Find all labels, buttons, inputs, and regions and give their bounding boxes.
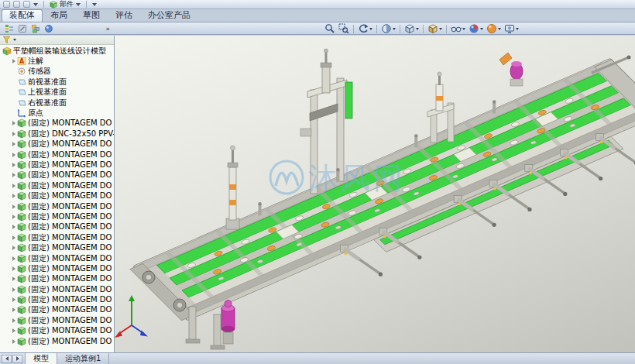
chevron-down-icon[interactable] [480, 28, 483, 30]
hide-show-icon[interactable] [450, 23, 466, 35]
feature-manager-tab-strip: » [0, 23, 114, 33]
expand-arrow-icon[interactable] [10, 318, 17, 323]
expand-arrow-icon[interactable] [10, 215, 17, 219]
chevron-down-icon[interactable] [33, 3, 38, 6]
tree-item-root[interactable]: 平垫帽组装输送线设计模型 [0, 46, 114, 56]
chevron-down-icon[interactable] [498, 28, 501, 30]
tree-item[interactable]: (固定) MONTAGEM DO BER [0, 274, 114, 284]
zoom-area-icon[interactable] [338, 23, 350, 35]
expand-arrow-icon[interactable] [10, 307, 17, 312]
tree-item[interactable]: (固定) MONTAGEM DO BER [0, 222, 114, 232]
previous-view-icon[interactable] [357, 23, 373, 35]
panel-overflow-chevron[interactable]: » [105, 25, 110, 33]
tree-item[interactable]: 传感器 [0, 67, 114, 77]
tree-item[interactable]: (固定) MONTAGEM DO BER [0, 211, 114, 221]
toolbar-icon[interactable] [3, 1, 10, 8]
expand-arrow-icon[interactable] [10, 225, 17, 229]
tree-item[interactable]: 原点 [0, 108, 114, 118]
apply-scene-icon[interactable] [486, 23, 502, 35]
ribbon-tab[interactable]: 装配体 [2, 9, 43, 22]
tree-item[interactable]: (固定) MONTAGEM DO BER [0, 170, 114, 180]
tree-item[interactable]: (固定) MONTAGEM DO BER [0, 191, 114, 201]
component-icon [17, 274, 27, 283]
drive-motor [221, 300, 235, 344]
display-style-icon[interactable] [427, 23, 443, 35]
tree-item[interactable]: 上视基准面 [0, 88, 114, 98]
property-manager-tab-icon[interactable] [17, 23, 28, 33]
tree-item[interactable]: 前视基准面 [0, 77, 114, 87]
expand-arrow-icon[interactable] [10, 142, 17, 146]
tree-item[interactable]: (固定) MONTAGEM DO BER [0, 180, 114, 191]
sheet-tab[interactable]: 运动算例1 [57, 353, 109, 364]
expand-arrow-icon[interactable] [10, 339, 17, 344]
expand-arrow-icon[interactable] [10, 163, 17, 167]
chevron-down-icon[interactable] [76, 3, 81, 6]
expand-arrow-icon[interactable] [10, 59, 17, 64]
ribbon-tab[interactable]: 布局 [43, 9, 75, 22]
expand-arrow-icon[interactable] [10, 256, 17, 261]
expand-arrow-icon[interactable] [10, 184, 17, 188]
display-manager-tab-icon[interactable] [43, 23, 54, 33]
expand-arrow-icon[interactable] [10, 297, 17, 302]
view-orientation-icon[interactable] [403, 23, 420, 35]
component-button-label: 部件 [60, 0, 74, 9]
sheet-tab[interactable]: 模型 [25, 353, 57, 364]
edit-appearance-icon[interactable] [468, 23, 484, 35]
tree-filter-row [0, 36, 114, 45]
tree-item[interactable]: (固定) MONTAGEM DO BER [0, 160, 114, 170]
tree-item[interactable]: (固定) MONTAGEM DO BER [0, 253, 114, 263]
tab-scroll-right-button[interactable] [12, 355, 22, 363]
expand-arrow-icon[interactable] [10, 235, 17, 240]
tree-item[interactable]: (固定) MONTAGEM DO BER [0, 305, 114, 315]
configuration-manager-tab-icon[interactable] [30, 23, 41, 33]
ribbon-tab[interactable]: 评估 [108, 9, 140, 22]
chevron-down-icon[interactable] [92, 3, 97, 6]
tree-item[interactable]: (固定) MONTAGEM DO BER [0, 139, 114, 149]
chevron-down-icon[interactable] [416, 28, 419, 30]
component-button[interactable]: 部件 [50, 0, 81, 9]
ribbon-tab[interactable]: 草图 [75, 9, 108, 22]
chevron-down-icon[interactable] [13, 39, 16, 41]
expand-arrow-icon[interactable] [10, 132, 17, 136]
view-settings-icon[interactable] [503, 23, 520, 35]
chevron-down-icon[interactable] [516, 28, 519, 30]
tree-item[interactable]: (固定) MONTAGEM DO BER [0, 201, 114, 211]
tree-item-label: (固定) MONTAGEM DO BER [28, 149, 114, 160]
expand-arrow-icon[interactable] [10, 328, 17, 333]
section-view-icon[interactable] [380, 23, 396, 35]
tree-item-label: (固定) MONTAGEM DO BER [28, 315, 114, 325]
tree-item[interactable]: (固定) MONTAGEM DO BER [0, 149, 114, 160]
toolbar-icon[interactable] [23, 1, 30, 8]
tree-item[interactable]: (固定) MONTAGEM DO VED [0, 118, 114, 129]
tree-item[interactable]: (固定) MONTAGEM DO BER [0, 315, 114, 325]
toolbar-icon[interactable] [13, 1, 20, 8]
expand-arrow-icon[interactable] [10, 266, 17, 271]
tab-scroll-left-button[interactable] [2, 355, 12, 363]
tree-item[interactable]: A注解 [0, 56, 114, 66]
expand-arrow-icon[interactable] [10, 173, 17, 177]
tree-item[interactable]: (固定) MONTAGEM DO BER [0, 326, 114, 336]
ribbon-tab[interactable]: 办公室产品 [140, 9, 198, 22]
expand-arrow-icon[interactable] [10, 276, 17, 281]
graphics-viewport[interactable]: 沐风网 [115, 36, 635, 352]
chevron-down-icon[interactable] [439, 28, 442, 30]
tree-item[interactable]: 右视基准面 [0, 98, 114, 108]
tree-item[interactable]: (固定) MONTAGEM DO BER [0, 242, 114, 252]
tree-item[interactable]: (固定) MONTAGEM DO BER [0, 232, 114, 242]
expand-arrow-icon[interactable] [10, 194, 17, 198]
expand-arrow-icon[interactable] [10, 121, 17, 125]
expand-arrow-icon[interactable] [10, 204, 17, 209]
zoom-fit-icon[interactable] [324, 23, 336, 35]
tree-item[interactable]: (固定) MONTAGEM DO BER [0, 294, 114, 304]
chevron-down-icon[interactable] [369, 28, 372, 30]
expand-arrow-icon[interactable] [10, 246, 17, 250]
chevron-down-icon[interactable] [393, 28, 396, 30]
expand-arrow-icon[interactable] [10, 153, 17, 157]
tree-item[interactable]: (固定) DNC-32x50 PPV-A [0, 129, 114, 139]
expand-arrow-icon[interactable] [10, 287, 17, 292]
tree-item[interactable]: (固定) MONTAGEM DO BER [0, 284, 114, 294]
chevron-down-icon[interactable] [462, 28, 465, 30]
tree-item[interactable]: (固定) MONTAGEM DO BER [0, 263, 114, 273]
tree-item[interactable]: (固定) MONTAGEM DO BER [0, 336, 114, 346]
tree-item-label: 注解 [28, 56, 43, 66]
